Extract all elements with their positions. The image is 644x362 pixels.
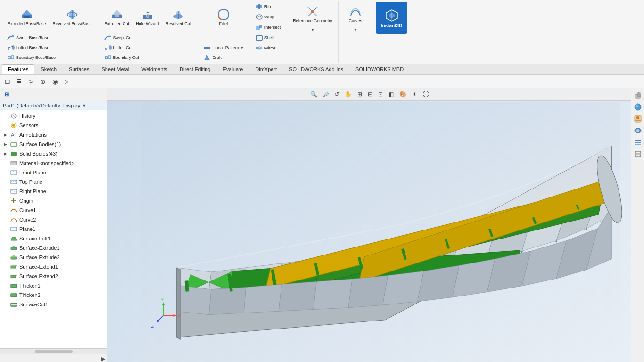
- propertymanager-button[interactable]: [633, 149, 643, 159]
- tree-arrow-solid-bodies[interactable]: ▶: [4, 151, 9, 156]
- svg-line-49: [14, 116, 15, 117]
- revolved-boss-button[interactable]: Revolved Boss/Base: [50, 2, 95, 32]
- tree-item-annotations[interactable]: ▶ A Annotations: [0, 130, 107, 140]
- draft-button[interactable]: Draft: [201, 53, 246, 62]
- tab-sheet-metal[interactable]: Sheet Metal: [95, 64, 135, 74]
- revolved-cut-button[interactable]: Revolved Cut: [163, 2, 194, 32]
- mirror-small-label: Mirror: [264, 46, 276, 50]
- zoom-to-fit-button[interactable]: 🔍: [308, 90, 320, 99]
- linear-pattern-dropdown[interactable]: ▼: [240, 46, 244, 49]
- wrap-button[interactable]: Wrap: [253, 12, 283, 22]
- boundary-boss-button[interactable]: Boundary Boss/Base: [5, 53, 95, 62]
- view-cube-button[interactable]: [633, 90, 643, 100]
- shell-button[interactable]: Shell: [253, 33, 283, 42]
- tab-dimxpert[interactable]: DimXpert: [249, 64, 283, 74]
- tree-item-thicken2[interactable]: Thicken2: [0, 290, 107, 300]
- tree-arrow-annotations[interactable]: ▶: [4, 132, 9, 137]
- tree-item-surfacecut1[interactable]: SurfaceCut1: [0, 300, 107, 309]
- tree-item-front-plane[interactable]: Front Plane: [0, 168, 107, 177]
- curves-dropdown[interactable]: ▼: [354, 28, 357, 32]
- list-view-button[interactable]: ☰: [14, 77, 25, 86]
- tree-item-surface-extend1[interactable]: Surface-Extend1: [0, 262, 107, 272]
- tree-item-surface-bodies[interactable]: ▶ Surface Bodies(1): [0, 140, 107, 149]
- tab-direct-editing[interactable]: Direct Editing: [173, 64, 216, 74]
- reference-geometry-button[interactable]: Reference Geometry: [290, 2, 335, 26]
- curves-button[interactable]: Curves: [342, 2, 369, 26]
- tab-features[interactable]: Features: [2, 64, 34, 74]
- svg-marker-115: [244, 284, 281, 313]
- ribbon-tabs: Features Sketch Surfaces Sheet Metal Wel…: [0, 64, 644, 74]
- scene-button[interactable]: ☀: [410, 90, 420, 99]
- zoom-in-button[interactable]: 🔎: [321, 90, 331, 99]
- tree-item-origin[interactable]: Origin: [0, 196, 107, 206]
- scene-background-button[interactable]: [633, 114, 643, 124]
- lofted-cut-button[interactable]: Lofted Cut: [102, 43, 194, 52]
- tab-sketch[interactable]: Sketch: [34, 64, 63, 74]
- expand-collapse-arrow[interactable]: ▶: [101, 356, 105, 362]
- tree-arrow-surface-bodies[interactable]: ▶: [4, 142, 9, 147]
- reference-geometry-dropdown[interactable]: ▼: [311, 28, 314, 32]
- expand-button[interactable]: ▷: [62, 77, 72, 86]
- swept-cut-button[interactable]: Swept Cut: [102, 33, 194, 42]
- extruded-boss-button[interactable]: Extruded Boss/Base: [5, 2, 49, 32]
- pan-view-button[interactable]: ✋: [342, 90, 354, 99]
- tab-evaluate[interactable]: Evaluate: [216, 64, 249, 74]
- view-options-button[interactable]: ⊞: [355, 90, 364, 99]
- hole-wizard-button[interactable]: ✦ Hole Wizard: [133, 2, 162, 32]
- history-icon: [9, 112, 18, 120]
- appearance-button[interactable]: 🎨: [397, 90, 409, 99]
- appearances-button[interactable]: [633, 102, 643, 112]
- tree-item-curve2[interactable]: Curve2: [0, 215, 107, 224]
- svg-point-153: [636, 116, 639, 119]
- tree-view-button[interactable]: 🗂: [25, 77, 36, 86]
- tree-item-curve1[interactable]: Curve1: [0, 206, 107, 215]
- tree-item-history[interactable]: History: [0, 111, 107, 121]
- color-button[interactable]: ◉: [50, 76, 61, 87]
- tree-item-material[interactable]: Material <not specified>: [0, 158, 107, 168]
- intersect-button[interactable]: Intersect: [253, 23, 283, 32]
- realview-button[interactable]: [633, 125, 643, 136]
- tree-item-surface-extrude2[interactable]: Surface-Extrude2: [0, 253, 107, 262]
- linear-pattern-small-icon: [203, 44, 211, 51]
- svg-rect-72: [11, 275, 16, 278]
- section-view-button[interactable]: ◧: [386, 90, 396, 99]
- tree-item-top-plane[interactable]: Top Plane: [0, 177, 107, 187]
- 3d-viewport[interactable]: 🔍 🔎 ↺ ✋ ⊞ ⊟ ⊡ ◧ 🎨 ☀ ⛶: [107, 88, 631, 362]
- tab-solidworks-mbd[interactable]: SOLIDWORKS MBD: [349, 64, 410, 74]
- tree-item-surface-extrude1[interactable]: Surface-Extrude1: [0, 243, 107, 253]
- extruded-cut-button[interactable]: Extruded Cut: [102, 2, 132, 32]
- mirror-button[interactable]: Mirror: [253, 43, 283, 53]
- horizontal-scrollbar[interactable]: [35, 350, 73, 353]
- lofted-boss-button[interactable]: Lofted Boss/Base: [5, 43, 95, 52]
- rib-button[interactable]: Rib: [253, 2, 283, 11]
- tab-weldments[interactable]: Weldments: [135, 64, 173, 74]
- fillet-button[interactable]: Fillet: [210, 2, 237, 32]
- tab-surfaces[interactable]: Surfaces: [63, 64, 95, 74]
- crosshair-button[interactable]: ⊕: [37, 76, 49, 87]
- svg-rect-29: [206, 47, 208, 49]
- swept-boss-button[interactable]: Swept Boss/Base: [5, 33, 95, 42]
- ribbon-cut-small: Swept Cut Lofted Cut Boundary Cut: [102, 33, 194, 62]
- display-options-button[interactable]: ⊟: [365, 90, 375, 99]
- tree-item-right-plane[interactable]: Right Plane: [0, 187, 107, 196]
- tree-item-sensors[interactable]: Sensors: [0, 121, 107, 130]
- top-plane-label: Top Plane: [19, 179, 42, 185]
- svg-point-23: [105, 48, 107, 50]
- feature-manager-tab[interactable]: ⊞: [2, 90, 12, 99]
- tree-item-surface-extend2[interactable]: Surface-Extend2: [0, 272, 107, 281]
- rotate-view-button[interactable]: ↺: [332, 90, 341, 99]
- tab-solidworks-addins[interactable]: SOLIDWORKS Add-Ins: [283, 64, 349, 74]
- thicken1-icon: [9, 282, 18, 289]
- display-fullscreen-button[interactable]: ⛶: [421, 90, 431, 99]
- instant3d-button[interactable]: Instant3D: [376, 2, 408, 34]
- tree-item-surface-loft1[interactable]: Surface-Loft1: [0, 234, 107, 243]
- filter-button[interactable]: ⊟: [2, 76, 13, 87]
- linear-pattern-button[interactable]: Linear Pattern ▼: [201, 43, 246, 52]
- surface-extrude2-label: Surface-Extrude2: [19, 255, 60, 260]
- tree-item-solid-bodies[interactable]: ▶ Solid Bodies(43): [0, 149, 107, 158]
- boundary-cut-button[interactable]: Boundary Cut: [102, 53, 194, 62]
- display-states-button[interactable]: [633, 137, 643, 148]
- tree-item-thicken1[interactable]: Thicken1: [0, 281, 107, 290]
- tree-item-plane1[interactable]: Plane1: [0, 224, 107, 234]
- view-orientation-button[interactable]: ⊡: [376, 90, 385, 99]
